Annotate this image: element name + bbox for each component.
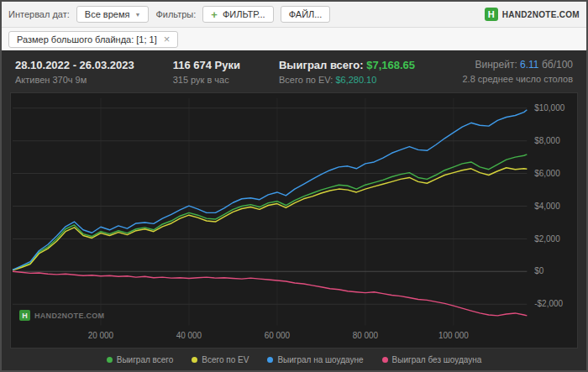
legend-dot-icon xyxy=(192,357,197,363)
file-button[interactable]: ФАЙЛ... xyxy=(281,6,331,23)
legend-label: Выиграл на шоудауне xyxy=(277,355,363,364)
won-total-label: Выиграл всего: xyxy=(279,59,364,71)
hands-count: 116 674 Руки xyxy=(173,59,240,71)
hand2note-logo-icon: H xyxy=(485,8,498,21)
stats-header: 28.10.2022 - 26.03.2023 Активен 370ч 9м … xyxy=(2,50,586,92)
series-line-0 xyxy=(13,155,527,270)
plus-icon: + xyxy=(211,11,218,18)
legend-dot-icon xyxy=(382,357,388,363)
hand2note-logo-text: HAND2NOTE.COM xyxy=(502,10,580,19)
chart-legend: Выиграл всегоВсего по EVВыиграл на шоуда… xyxy=(2,348,586,370)
winrate-units: бб/100 xyxy=(542,59,573,71)
svg-text:-$2,000: -$2,000 xyxy=(534,299,563,308)
date-interval-value: Все время xyxy=(85,9,130,19)
legend-label: Выиграл всего xyxy=(117,355,174,364)
stat-winnings: Выиграл всего: $7,168.65 Всего по EV: $6… xyxy=(279,59,415,85)
ev-total-label: Всего по EV: xyxy=(279,75,333,85)
date-interval-label: Интервал дат: xyxy=(8,9,70,19)
add-filter-button[interactable]: + ФИЛЬТР... xyxy=(202,6,273,23)
svg-text:$8,000: $8,000 xyxy=(534,136,560,145)
winrate-label: Винрейт: xyxy=(475,59,517,71)
legend-dot-icon xyxy=(107,357,113,363)
hand2note-watermark-icon: H xyxy=(19,310,30,321)
ev-total-value: $6,280.10 xyxy=(335,75,376,85)
stat-winrate: Винрейт: 6.11 бб/100 2.8 среднее число с… xyxy=(462,59,573,85)
legend-item-2[interactable]: Выиграл на шоудауне xyxy=(267,355,363,364)
topbar: Интервал дат: Все время ▼ Фильтры: + ФИЛ… xyxy=(2,2,586,28)
svg-text:$2,000: $2,000 xyxy=(534,233,560,243)
watermark: H HAND2NOTE.COM xyxy=(19,310,104,321)
close-icon[interactable]: × xyxy=(164,35,171,43)
legend-dot-icon xyxy=(267,357,273,363)
legend-item-0[interactable]: Выиграл всего xyxy=(107,355,174,364)
add-filter-label: ФИЛЬТР... xyxy=(223,9,265,19)
filter-chip[interactable]: Размер большого блайнда: [1; 1] × xyxy=(8,31,178,48)
won-total-value: $7,168.65 xyxy=(366,59,415,71)
legend-item-1[interactable]: Всего по EV xyxy=(192,355,249,364)
filter-chip-label: Размер большого блайнда: [1; 1] xyxy=(17,34,157,45)
active-time: Активен 370ч 9м xyxy=(15,75,134,85)
hands-per-hour: 315 рук в час xyxy=(173,75,240,85)
winrate-value: 6.11 xyxy=(520,59,538,71)
winnings-chart[interactable]: $10,000$8,000$6,000$4,000$2,000$0-$2,000… xyxy=(10,92,578,348)
svg-text:20 000: 20 000 xyxy=(88,331,114,340)
avg-tables: 2.8 среднее число столов xyxy=(462,74,573,84)
svg-text:$10,000: $10,000 xyxy=(534,103,564,113)
stats-panel: 28.10.2022 - 26.03.2023 Активен 370ч 9м … xyxy=(2,50,586,370)
date-interval-dropdown[interactable]: Все время ▼ xyxy=(76,6,150,23)
svg-text:40 000: 40 000 xyxy=(176,331,202,340)
filters-label: Фильтры: xyxy=(155,9,196,19)
watermark-text: HAND2NOTE.COM xyxy=(34,312,104,320)
svg-text:80 000: 80 000 xyxy=(353,331,379,340)
legend-label: Выиграл без шоудауна xyxy=(392,355,482,364)
filter-chip-row: Размер большого блайнда: [1; 1] × xyxy=(2,28,586,50)
date-range: 28.10.2022 - 26.03.2023 xyxy=(15,59,134,71)
file-button-label: ФАЙЛ... xyxy=(289,9,323,19)
series-line-1 xyxy=(13,168,527,270)
stat-hands: 116 674 Руки 315 рук в час xyxy=(173,59,240,85)
legend-item-3[interactable]: Выиграл без шоудауна xyxy=(382,355,482,364)
svg-text:100 000: 100 000 xyxy=(438,331,469,340)
series-line-3 xyxy=(13,271,527,316)
series-line-2 xyxy=(13,110,527,270)
svg-text:$4,000: $4,000 xyxy=(534,201,560,210)
svg-text:$6,000: $6,000 xyxy=(534,169,560,178)
chevron-down-icon: ▼ xyxy=(134,12,140,18)
hand2note-logo: H HAND2NOTE.COM xyxy=(485,8,580,21)
svg-text:$0: $0 xyxy=(534,266,543,275)
chart-gridlines xyxy=(13,98,527,325)
hand2note-window: Интервал дат: Все время ▼ Фильтры: + ФИЛ… xyxy=(0,0,588,372)
svg-text:60 000: 60 000 xyxy=(265,331,291,340)
stat-date-range: 28.10.2022 - 26.03.2023 Активен 370ч 9м xyxy=(15,59,134,85)
legend-label: Всего по EV xyxy=(202,355,249,364)
